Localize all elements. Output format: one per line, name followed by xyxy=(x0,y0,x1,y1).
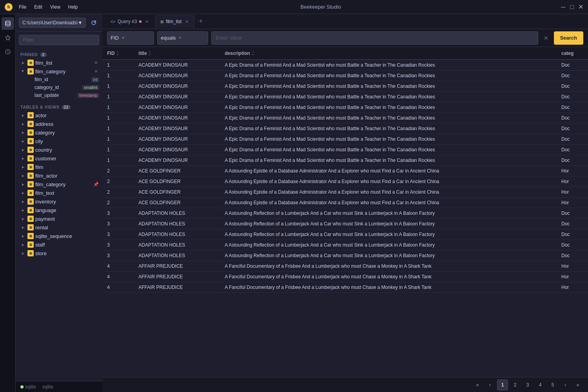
sidebar-item-label: film_text xyxy=(35,190,99,196)
close-pinned-icon[interactable]: ✕ xyxy=(93,68,99,74)
col-fid[interactable]: FID ▲▼ xyxy=(102,47,134,60)
sub-item-label: category_id xyxy=(34,85,79,90)
database-icon-btn[interactable] xyxy=(2,17,14,30)
sidebar-item-rental[interactable]: ▶ ⊞ rental xyxy=(16,223,102,232)
first-page-button[interactable]: « xyxy=(472,379,483,390)
sidebar-item-film-category-pinned[interactable]: ▶ ⊞ film_category ✕ xyxy=(16,67,102,76)
tree-arrow-icon: ▶ xyxy=(20,199,26,204)
sidebar-item-label: store xyxy=(35,250,99,256)
table-row[interactable]: 1 ACADEMY DINOSAUR A Epic Drama of a Fem… xyxy=(102,81,588,92)
page-5-button[interactable]: 5 xyxy=(547,379,558,390)
refresh-button[interactable] xyxy=(88,17,99,28)
sidebar-item-language[interactable]: ▶ ⊞ language xyxy=(16,206,102,214)
table-row[interactable]: 4 AFFAIR PREJUDICE A Fanciful Documentar… xyxy=(102,272,588,282)
sidebar-subitem-category-id[interactable]: category_id smallint xyxy=(16,83,102,91)
col-description[interactable]: description ▲▼ xyxy=(220,47,557,60)
table-icon: ⊞ xyxy=(27,164,34,170)
sidebar-item-film-text[interactable]: ▶ ⊞ film_text xyxy=(16,189,102,197)
sidebar-item-address[interactable]: ▶ ⊞ address xyxy=(16,120,102,128)
sidebar-item-film-actor[interactable]: ▶ ⊞ film_actor xyxy=(16,171,102,180)
table-row[interactable]: 4 AFFAIR PREJUDICE A Fanciful Documentar… xyxy=(102,261,588,272)
table-row[interactable]: 3 ADAPTATION HOLES A Astounding Reflecti… xyxy=(102,229,588,240)
close-pinned-icon[interactable]: ✕ xyxy=(93,60,99,66)
table-row[interactable]: 2 ACE GOLDFINGER A Astounding Epistle of… xyxy=(102,198,588,208)
tab-film-list[interactable]: ⊞ film_list ✕ xyxy=(155,15,194,28)
sidebar-item-staff[interactable]: ▶ ⊞ staff xyxy=(16,240,102,249)
table-row[interactable]: 3 ADAPTATION HOLES A Astounding Reflecti… xyxy=(102,208,588,219)
col-categ[interactable]: categ xyxy=(557,47,588,60)
sidebar-item-customer[interactable]: ▶ ⊞ customer xyxy=(16,154,102,163)
col-title[interactable]: title ▲▼ xyxy=(134,47,220,60)
page-4-button[interactable]: 4 xyxy=(535,379,546,390)
table-row[interactable]: 3 ADAPTATION HOLES A Astounding Reflecti… xyxy=(102,250,588,261)
cell-description: A Astounding Reflection of a Lumberjack … xyxy=(220,240,557,250)
table-row[interactable]: 1 ACADEMY DINOSAUR A Epic Drama of a Fem… xyxy=(102,123,588,134)
menu-file[interactable]: File xyxy=(16,3,29,11)
close-button[interactable]: ✕ xyxy=(578,4,583,10)
cell-description: A Astounding Epistle of a Database Admin… xyxy=(220,176,557,187)
field-selector[interactable]: FID ▼ xyxy=(107,31,154,45)
table-row[interactable]: 1 ACADEMY DINOSAUR A Epic Drama of a Fem… xyxy=(102,134,588,145)
tree-arrow-icon: ▶ xyxy=(20,190,26,196)
sidebar-item-category[interactable]: ▶ ⊞ category xyxy=(16,128,102,137)
last-page-button[interactable]: » xyxy=(572,379,583,390)
cell-categ: Doc xyxy=(557,145,588,155)
sidebar-subitem-film-id[interactable]: film_id int xyxy=(16,76,102,83)
table-row[interactable]: 2 ACE GOLDFINGER A Astounding Epistle of… xyxy=(102,187,588,198)
tab-label: Query #3 xyxy=(118,19,137,24)
tree-arrow-icon: ▶ xyxy=(20,164,26,170)
table-row[interactable]: 2 ACE GOLDFINGER A Astounding Epistle of… xyxy=(102,166,588,176)
tab-query3[interactable]: <> Query #3 ✕ xyxy=(105,15,154,28)
sidebar-item-sqlite-sequence[interactable]: ▶ ⊞ sqlite_sequence xyxy=(16,232,102,240)
table-row[interactable]: 1 ACADEMY DINOSAUR A Epic Drama of a Fem… xyxy=(102,113,588,123)
minimize-button[interactable]: ─ xyxy=(561,4,566,10)
operator-selector[interactable]: equals ▼ xyxy=(157,31,208,45)
next-page-button[interactable]: › xyxy=(560,379,571,390)
table-row[interactable]: 1 ACADEMY DINOSAUR A Epic Drama of a Fem… xyxy=(102,145,588,155)
sidebar-item-store[interactable]: ▶ ⊞ store xyxy=(16,249,102,258)
page-2-button[interactable]: 2 xyxy=(510,379,521,390)
table-row[interactable]: 3 ADAPTATION HOLES A Astounding Reflecti… xyxy=(102,240,588,250)
sidebar-item-payment[interactable]: ▶ ⊞ payment xyxy=(16,214,102,223)
close-tab-icon[interactable]: ✕ xyxy=(184,19,189,24)
menu-view[interactable]: View xyxy=(47,3,64,11)
sidebar-item-film-list[interactable]: ▶ ⊞ film_list ✕ xyxy=(16,58,102,67)
page-3-button[interactable]: 3 xyxy=(522,379,533,390)
table-row[interactable]: 1 ACADEMY DINOSAUR A Epic Drama of a Fem… xyxy=(102,71,588,81)
cell-title: ACADEMY DINOSAUR xyxy=(134,145,220,155)
prev-page-button[interactable]: ‹ xyxy=(485,379,495,390)
table-row[interactable]: 1 ACADEMY DINOSAUR A Epic Drama of a Fem… xyxy=(102,92,588,102)
cell-description: A Epic Drama of a Feminist And a Mad Sci… xyxy=(220,113,557,123)
sidebar-item-film-category[interactable]: ▶ ⊞ film_category 📌 xyxy=(16,180,102,189)
sidebar-subitem-last-update[interactable]: last_update timestamp xyxy=(16,91,102,99)
table-row[interactable]: 1 ACADEMY DINOSAUR A Epic Drama of a Fem… xyxy=(102,60,588,71)
star-icon-btn[interactable] xyxy=(2,31,14,44)
table-row[interactable]: 2 ACE GOLDFINGER A Astounding Epistle of… xyxy=(102,176,588,187)
add-tab-button[interactable]: + xyxy=(195,16,206,27)
sidebar-item-country[interactable]: ▶ ⊞ country xyxy=(16,145,102,154)
page-1-button[interactable]: 1 xyxy=(497,379,508,390)
sidebar-item-city[interactable]: ▶ ⊞ city xyxy=(16,137,102,145)
connection-selector[interactable]: C:\Users\User\Downloads\ ▼ xyxy=(19,18,86,28)
search-button[interactable]: Search xyxy=(554,31,583,45)
table-row[interactable]: 1 ACADEMY DINOSAUR A Epic Drama of a Fem… xyxy=(102,155,588,166)
close-tab-icon[interactable]: ✕ xyxy=(144,19,149,24)
menu-edit[interactable]: Edit xyxy=(31,3,45,11)
table-row[interactable]: 1 ACADEMY DINOSAUR A Epic Drama of a Fem… xyxy=(102,102,588,113)
table-row[interactable]: 4 AFFAIR PREJUDICE A Fanciful Documentar… xyxy=(102,282,588,293)
sidebar-item-label: language xyxy=(35,207,99,213)
table-container[interactable]: FID ▲▼ title ▲▼ descript xyxy=(102,47,588,377)
history-icon-btn[interactable] xyxy=(2,45,14,58)
sidebar-item-actor[interactable]: ▶ ⊞ actor xyxy=(16,111,102,120)
table-row[interactable]: 3 ADAPTATION HOLES A Astounding Reflecti… xyxy=(102,219,588,229)
clear-filter-button[interactable]: ✕ xyxy=(541,33,551,43)
filter-value-input[interactable] xyxy=(211,31,538,45)
filter-input[interactable] xyxy=(19,35,99,45)
tree-arrow-icon: ▶ xyxy=(20,207,26,213)
cell-fid: 3 xyxy=(102,240,134,250)
sidebar-item-film[interactable]: ▶ ⊞ film xyxy=(16,163,102,171)
menu-help[interactable]: Help xyxy=(65,3,81,11)
cell-fid: 1 xyxy=(102,81,134,92)
maximize-button[interactable]: □ xyxy=(569,4,575,10)
sidebar-item-inventory[interactable]: ▶ ⊞ inventory xyxy=(16,197,102,206)
